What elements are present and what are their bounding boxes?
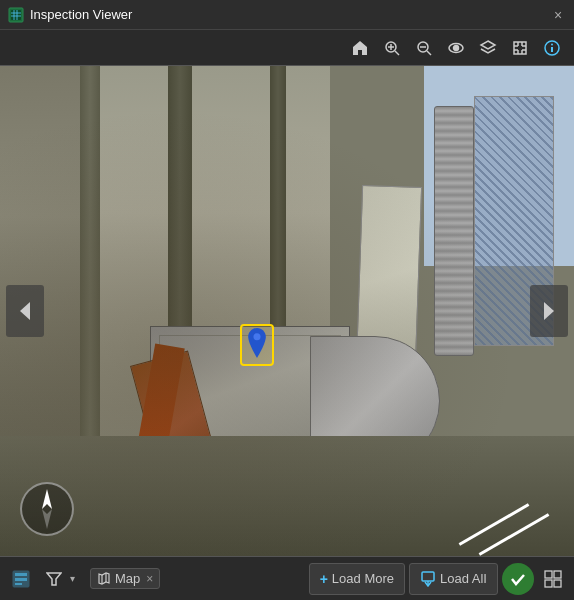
app-icon (8, 7, 24, 23)
close-button[interactable]: × (550, 7, 566, 23)
load-all-icon (420, 571, 436, 587)
svg-rect-39 (554, 571, 561, 578)
compass-circle (20, 482, 74, 536)
svg-line-7 (395, 51, 399, 55)
load-more-label: Load More (332, 571, 394, 586)
compass (20, 482, 74, 536)
bottom-toolbar: ▾ Map × + Load More Load AlI (0, 556, 574, 600)
svg-point-27 (551, 43, 553, 45)
layers-grid-button[interactable] (538, 564, 568, 594)
aerial-photo (0, 66, 574, 556)
map-tag: Map × (90, 568, 160, 589)
svg-point-28 (253, 333, 260, 340)
check-icon (510, 571, 526, 587)
pin-icon (247, 328, 267, 358)
filter-button[interactable]: ▾ (40, 567, 86, 591)
svg-line-11 (427, 51, 431, 55)
svg-rect-36 (422, 572, 434, 581)
duct-pipe (434, 106, 474, 356)
svg-rect-30 (15, 573, 27, 576)
confirm-button[interactable] (502, 563, 534, 595)
home-button[interactable] (346, 34, 374, 62)
info-button[interactable] (538, 34, 566, 62)
zoom-out-button[interactable] (410, 34, 438, 62)
viewer-toolbar (0, 30, 574, 66)
load-all-button[interactable]: Load AlI (409, 563, 498, 595)
compass-south (42, 509, 52, 529)
compass-north (42, 489, 52, 509)
prev-image-button[interactable] (6, 285, 44, 337)
svg-rect-38 (545, 571, 552, 578)
zoom-in-button[interactable] (378, 34, 406, 62)
extent-button[interactable] (506, 34, 534, 62)
next-image-button[interactable] (530, 285, 568, 337)
visibility-button[interactable] (442, 34, 470, 62)
title-bar: Inspection Viewer × (0, 0, 574, 30)
layers-button[interactable] (474, 34, 502, 62)
filter-dropdown-icon: ▾ (64, 571, 80, 587)
svg-rect-32 (15, 583, 22, 585)
load-all-label: Load AlI (440, 571, 487, 586)
svg-marker-33 (47, 573, 61, 585)
map-tag-close[interactable]: × (146, 572, 153, 586)
svg-rect-1 (11, 10, 21, 20)
map-icon-button[interactable] (6, 564, 36, 594)
svg-rect-31 (15, 578, 27, 581)
window-title: Inspection Viewer (30, 7, 550, 22)
svg-rect-41 (554, 580, 561, 587)
svg-rect-16 (514, 42, 526, 54)
image-viewer[interactable] (0, 66, 574, 556)
inspection-pin[interactable] (240, 324, 274, 366)
load-more-plus-icon: + (320, 571, 328, 587)
roof-area (0, 436, 574, 556)
svg-point-14 (454, 45, 459, 50)
map-tag-label: Map (115, 571, 140, 586)
svg-marker-15 (481, 41, 495, 49)
svg-rect-40 (545, 580, 552, 587)
load-more-button[interactable]: + Load More (309, 563, 405, 595)
